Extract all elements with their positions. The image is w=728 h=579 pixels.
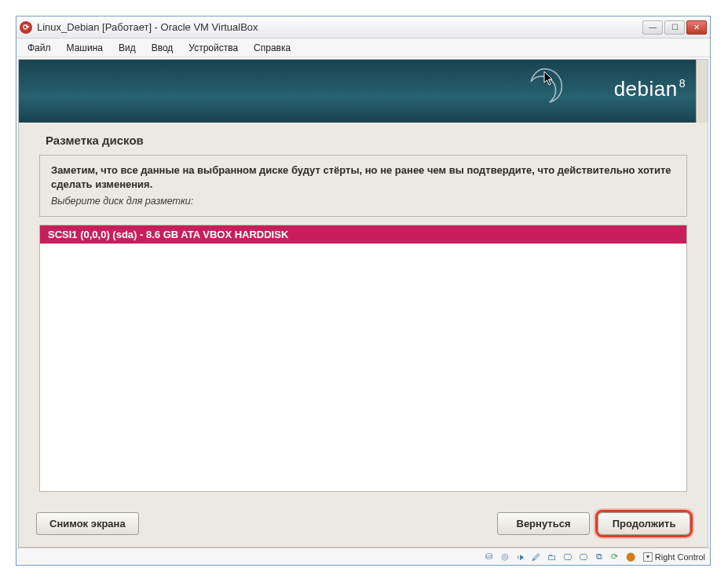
prompt-text: Выберите диск для разметки:: [51, 196, 675, 207]
close-button[interactable]: ✕: [686, 20, 707, 35]
minimize-button[interactable]: —: [642, 20, 663, 35]
menu-view[interactable]: Вид: [112, 40, 142, 56]
disk-list[interactable]: SCSI1 (0,0,0) (sda) - 8.6 GB ATA VBOX HA…: [39, 225, 687, 492]
button-row: Снимок экрана Вернуться Продолжить: [19, 508, 708, 546]
debian-brand: debian8: [614, 77, 686, 101]
maximize-button[interactable]: ☐: [664, 20, 685, 35]
debian-banner: debian8 ▴: [19, 60, 708, 123]
status-features-icon[interactable]: ⟳: [609, 551, 621, 563]
continue-button[interactable]: Продолжить: [598, 512, 690, 535]
status-hdd-icon[interactable]: ⛁: [483, 551, 496, 563]
warning-text: Заметим, что все данные на выбранном дис…: [51, 163, 675, 191]
statusbar: ⛁ ◎ 🕩 🖉 🗀 🖵 🖵 ⧉ ⟳ ⬤ ▾ Right Control: [16, 548, 710, 565]
host-key-indicator[interactable]: ▾ Right Control: [643, 552, 705, 562]
status-audio-icon[interactable]: 🕩: [514, 551, 527, 563]
status-cd-icon[interactable]: ◎: [499, 551, 511, 563]
screenshot-button[interactable]: Снимок экрана: [36, 512, 139, 535]
status-shared-folder-icon[interactable]: 🗀: [546, 551, 558, 563]
scroll-up-button[interactable]: ▴: [697, 60, 708, 71]
menu-machine[interactable]: Машина: [60, 40, 109, 56]
brand-version: 8: [679, 77, 686, 90]
warning-box: Заметим, что все данные на выбранном дис…: [39, 155, 687, 217]
window-title: Linux_Debian [Работает] - Oracle VM Virt…: [37, 21, 642, 33]
debian-swirl-icon: [522, 64, 566, 108]
menubar: Файл Машина Вид Ввод Устройства Справка: [16, 38, 710, 57]
menu-devices[interactable]: Устройства: [182, 40, 244, 56]
status-usb-icon[interactable]: 🖉: [530, 551, 543, 563]
vm-display[interactable]: debian8 ▴ Разметка дисков Заметим, что в…: [18, 59, 708, 548]
app-icon: ⟳: [20, 21, 32, 34]
status-video-capture-icon[interactable]: 🖵: [577, 551, 590, 563]
disk-item-sda[interactable]: SCSI1 (0,0,0) (sda) - 8.6 GB ATA VBOX HA…: [40, 225, 686, 244]
installer-panel: Разметка дисков Заметим, что все данные …: [19, 123, 708, 547]
back-button[interactable]: Вернуться: [497, 512, 590, 535]
status-network-icon[interactable]: ⧉: [593, 551, 605, 563]
section-title: Разметка дисков: [19, 123, 708, 155]
status-mouse-icon[interactable]: ⬤: [624, 551, 637, 563]
host-key-label: Right Control: [655, 552, 705, 562]
brand-name: debian: [614, 77, 678, 101]
app-window: ⟳ Linux_Debian [Работает] - Oracle VM Vi…: [16, 16, 711, 566]
window-controls: — ☐ ✕: [642, 20, 707, 35]
titlebar: ⟳ Linux_Debian [Работает] - Oracle VM Vi…: [16, 16, 710, 38]
menu-help[interactable]: Справка: [247, 40, 297, 56]
menu-input[interactable]: Ввод: [145, 40, 180, 56]
menu-file[interactable]: Файл: [21, 40, 57, 56]
status-display-icon[interactable]: 🖵: [562, 551, 574, 563]
host-key-arrow-icon: ▾: [643, 552, 653, 562]
